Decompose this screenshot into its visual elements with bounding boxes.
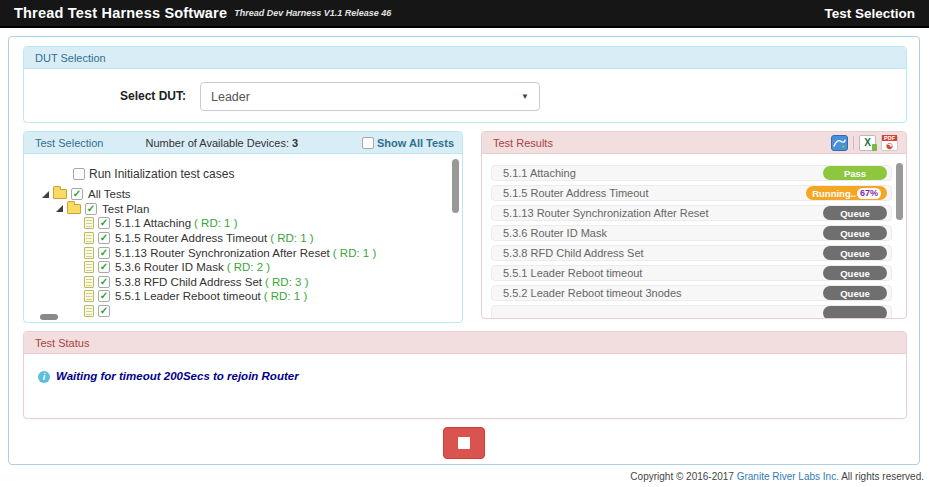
tree-checkbox[interactable] [98, 276, 110, 288]
result-name: 5.5.1 Leader Reboot timeout [503, 267, 642, 279]
tree-checkbox[interactable] [98, 247, 110, 259]
tree-item-test-case[interactable]: 5.3.6 Router ID Mask ( RD: 2 ) [24, 260, 462, 275]
available-devices-label: Number of Available Devices: [145, 137, 288, 149]
footer-copyright: Copyright © 2016-2017 Granite River Labs… [630, 471, 924, 482]
test-status-title: Test Status [24, 332, 906, 354]
tree-item-rd: ( RD: 1 ) [333, 247, 376, 259]
tree-item-test-case[interactable]: 5.1.1 Attaching ( RD: 1 ) [24, 216, 462, 231]
status-badge: Queue [823, 226, 887, 240]
tree-item-label: All Tests [88, 188, 131, 200]
excel-export-icon[interactable]: X [859, 135, 876, 151]
dut-select-dropdown[interactable]: Leader ▼ [200, 82, 540, 111]
dut-selection-panel: DUT Selection Select DUT: Leader ▼ [23, 46, 907, 123]
status-badge: Queue [823, 206, 887, 220]
show-all-tests-toggle[interactable]: Show All Tests [362, 137, 454, 149]
status-message: Waiting for timeout 200Secs to rejoin Ro… [56, 370, 299, 382]
tree-item-partial [24, 304, 462, 319]
chart-export-icon[interactable] [831, 135, 848, 151]
available-devices-text: Number of Available Devices: 3 [145, 137, 298, 149]
tree-item-test-case[interactable]: 5.3.8 RFD Child Address Set ( RD: 3 ) [24, 275, 462, 290]
tree-checkbox[interactable] [71, 188, 83, 200]
tree-item-rd: ( RD: 1 ) [264, 290, 307, 302]
expand-arrow-icon[interactable] [42, 191, 49, 198]
tree-horizontal-scrollbar[interactable] [40, 314, 58, 320]
test-results-panel: Test Results X PDF ☯ 5.1.1 Attaching Pas… [481, 131, 907, 319]
test-tree: All Tests Test Plan 5.1.1 Attaching ( RD… [24, 187, 462, 318]
pdf-swirl: ☯ [886, 143, 893, 151]
folder-icon [67, 204, 81, 214]
pdf-label: PDF [882, 135, 897, 141]
result-name: 5.5.2 Leader Reboot timeout 3nodes [503, 287, 682, 299]
test-results-list: 5.1.1 Attaching Pass 5.1.5 Router Addres… [482, 154, 906, 318]
tree-item-all-tests[interactable]: All Tests [24, 187, 462, 202]
tree-checkbox[interactable] [98, 232, 110, 244]
test-selection-panel: Test Selection Number of Available Devic… [23, 131, 463, 323]
result-name: 5.1.1 Attaching [503, 167, 576, 179]
copyright-prefix: Copyright © 2016-2017 [630, 471, 736, 482]
status-badge [823, 306, 887, 318]
app-title: Thread Test Harness Software [14, 5, 227, 21]
test-selection-title: Test Selection [35, 137, 103, 149]
tree-item-test-case[interactable]: 5.1.13 Router Synchronization After Rese… [24, 245, 462, 260]
run-init-checkbox[interactable] [73, 168, 85, 180]
run-init-label: Run Initialization test cases [89, 167, 234, 181]
dut-panel-header: DUT Selection [24, 47, 906, 69]
tree-checkbox[interactable] [98, 217, 110, 229]
file-icon [84, 247, 94, 259]
table-row: 5.1.13 Router Synchronization After Rese… [491, 205, 892, 221]
tree-item-label: 5.5.1 Leader Reboot timeout [115, 290, 261, 302]
running-label: Running.. [812, 188, 856, 199]
show-all-tests-checkbox[interactable] [362, 137, 374, 149]
test-results-title: Test Results [493, 137, 553, 149]
result-name: 5.1.5 Router Address Timeout [503, 187, 649, 199]
tree-checkbox[interactable] [98, 290, 110, 302]
tree-checkbox[interactable] [98, 261, 110, 273]
tree-item-rd: ( RD: 2 ) [227, 261, 270, 273]
status-badge: Queue [823, 266, 887, 280]
tree-vertical-scrollbar[interactable] [452, 159, 459, 213]
icon-divider [853, 136, 854, 150]
tree-item-test-case[interactable]: 5.5.1 Leader Reboot timeout ( RD: 1 ) [24, 289, 462, 304]
tree-item-rd: ( RD: 3 ) [265, 276, 308, 288]
info-icon: i [38, 371, 50, 383]
status-badge: Queue [823, 286, 887, 300]
tree-item-test-case[interactable]: 5.1.5 Router Address Timeout ( RD: 1 ) [24, 231, 462, 246]
app-version: Thread Dev Harness V1.1 Release 46 [234, 8, 391, 18]
file-icon [84, 276, 94, 288]
table-row-partial [491, 305, 892, 318]
pdf-export-icon[interactable]: PDF ☯ [881, 135, 898, 151]
company-link[interactable]: Granite River Labs Inc. [737, 471, 839, 482]
test-tree-container: Run Initialization test cases All Tests … [24, 154, 462, 322]
status-badge: Queue [823, 246, 887, 260]
table-row: 5.1.1 Attaching Pass [491, 165, 892, 181]
copyright-suffix: All rights reserved. [839, 471, 924, 482]
tree-item-label: 5.1.5 Router Address Timeout [115, 232, 267, 244]
expand-arrow-icon[interactable] [56, 205, 63, 212]
result-name: 5.3.8 RFD Child Address Set [503, 247, 644, 259]
tree-item-label: 5.3.6 Router ID Mask [115, 261, 224, 273]
test-status-panel: Test Status i Waiting for timeout 200Sec… [23, 331, 907, 419]
run-init-option[interactable]: Run Initialization test cases [73, 167, 462, 181]
show-all-tests-label: Show All Tests [377, 137, 454, 149]
app-header: Thread Test Harness Software Thread Dev … [0, 0, 929, 28]
table-row: 5.5.2 Leader Reboot timeout 3nodes Queue [491, 285, 892, 301]
file-icon [84, 290, 94, 302]
chevron-down-icon: ▼ [521, 92, 529, 101]
file-icon [84, 232, 94, 244]
stop-button[interactable] [443, 427, 485, 459]
tree-checkbox [98, 305, 110, 317]
select-dut-label: Select DUT: [24, 89, 186, 103]
status-badge: Running..67% [806, 186, 887, 200]
tree-item-label: Test Plan [102, 203, 149, 215]
tree-item-rd: ( RD: 1 ) [194, 217, 237, 229]
result-name: 5.3.6 Router ID Mask [503, 227, 607, 239]
file-icon [84, 217, 94, 229]
folder-icon [53, 189, 67, 199]
tree-item-test-plan[interactable]: Test Plan [24, 202, 462, 217]
main-container: DUT Selection Select DUT: Leader ▼ Test … [8, 36, 920, 465]
tree-item-rd: ( RD: 1 ) [270, 232, 313, 244]
status-badge: Pass [823, 166, 887, 180]
file-icon [84, 261, 94, 273]
tree-checkbox[interactable] [85, 203, 97, 215]
results-vertical-scrollbar[interactable] [896, 163, 903, 220]
